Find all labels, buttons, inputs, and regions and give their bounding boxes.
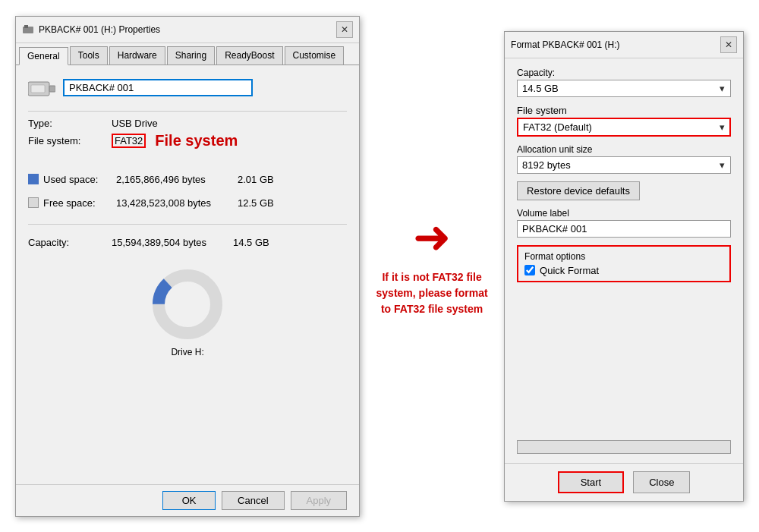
tab-hardware[interactable]: Hardware <box>109 46 165 65</box>
svg-point-7 <box>166 283 209 326</box>
disk-icon <box>22 24 34 36</box>
svg-rect-3 <box>49 86 55 92</box>
drive-name-row <box>28 77 347 99</box>
drive-label: Drive H: <box>171 347 203 357</box>
capacity-select-wrapper: 14.5 GB <box>517 80 731 97</box>
usb-drive-icon <box>28 77 55 99</box>
format-close-x-button[interactable]: ✕ <box>720 36 737 53</box>
format-title: Format PKBACK# 001 (H:) <box>511 39 619 50</box>
fs-select[interactable]: FAT32 (Default)NTFSexFAT <box>517 118 731 137</box>
fs-row: File system: FAT32 File system <box>28 132 347 150</box>
properties-titlebar: PKBACK# 001 (H:) Properties ✕ <box>16 17 359 43</box>
fs-select-wrapper: FAT32 (Default)NTFSexFAT <box>517 118 731 137</box>
quick-format-label: Quick Format <box>540 265 599 276</box>
used-space-bytes: 2,165,866,496 bytes <box>116 174 238 185</box>
fs-label: File system: <box>28 135 112 146</box>
tabs-bar: General Tools Hardware Sharing ReadyBoos… <box>16 43 359 65</box>
drive-name-input[interactable] <box>63 79 253 96</box>
cancel-button[interactable]: Cancel <box>222 491 284 510</box>
format-fs-group: File system FAT32 (Default)NTFSexFAT <box>517 105 731 137</box>
format-alloc-label: Allocation unit size <box>517 144 731 155</box>
drive-info-section: Type: USB Drive File system: FAT32 File … <box>28 111 347 153</box>
format-alloc-group: Allocation unit size 512 bytes1024 bytes… <box>517 144 731 174</box>
tab-sharing[interactable]: Sharing <box>167 46 215 65</box>
used-space-gb: 2.01 GB <box>238 174 274 185</box>
capacity-label: Capacity: <box>28 237 112 248</box>
svg-rect-1 <box>24 25 28 28</box>
restore-defaults-button[interactable]: Restore device defaults <box>517 181 640 200</box>
used-color-box <box>28 174 39 184</box>
type-value: USB Drive <box>112 118 158 129</box>
alloc-select-wrapper: 512 bytes1024 bytes2048 bytes4096 bytes8… <box>517 156 731 174</box>
used-space-row: Used space: 2,165,866,496 bytes 2.01 GB <box>28 174 347 185</box>
alloc-select[interactable]: 512 bytes1024 bytes2048 bytes4096 bytes8… <box>517 156 731 174</box>
capacity-select[interactable]: 14.5 GB <box>517 80 731 97</box>
format-progress-bar <box>517 440 731 454</box>
tab-general[interactable]: General <box>19 47 68 65</box>
format-fs-label: File system <box>517 105 731 116</box>
format-start-button[interactable]: Start <box>558 471 624 493</box>
type-label: Type: <box>28 118 112 129</box>
free-space-label: Free space: <box>43 197 116 209</box>
volume-label-label: Volume label <box>517 208 731 219</box>
svg-rect-4 <box>31 85 45 93</box>
arrow-section: ➜ If it is not FAT32 file system, please… <box>375 215 489 317</box>
fs-value-box: FAT32 <box>112 134 146 148</box>
capacity-bytes: 15,594,389,504 bytes <box>112 237 233 248</box>
free-space-bytes: 13,428,523,008 bytes <box>116 197 238 209</box>
free-space-gb: 12.5 GB <box>238 197 274 209</box>
capacity-gb: 14.5 GB <box>233 237 269 248</box>
format-capacity-group: Capacity: 14.5 GB <box>517 68 731 97</box>
fs-annotation: File system <box>155 132 238 150</box>
tab-tools[interactable]: Tools <box>70 46 108 65</box>
donut-chart: Drive H: <box>28 266 347 357</box>
volume-label-group: Volume label <box>517 208 731 238</box>
format-footer: Start Close <box>505 463 743 501</box>
format-close-button[interactable]: Close <box>633 471 690 493</box>
type-row: Type: USB Drive <box>28 118 347 129</box>
used-space-label: Used space: <box>43 174 116 185</box>
ok-button[interactable]: OK <box>162 491 216 510</box>
format-options-box: Format options Quick Format <box>517 245 731 282</box>
tab-readyboost[interactable]: ReadyBoost <box>216 46 282 65</box>
format-dialog: Format PKBACK# 001 (H:) ✕ Capacity: 14.5… <box>504 31 744 502</box>
tab-customise[interactable]: Customise <box>285 46 345 65</box>
restore-row: Restore device defaults <box>517 181 731 200</box>
format-options-title: Format options <box>524 251 723 262</box>
quick-format-row: Quick Format <box>524 265 723 276</box>
properties-footer: OK Cancel Apply <box>16 484 359 516</box>
capacity-row: Capacity: 15,594,389,504 bytes 14.5 GB <box>28 237 347 248</box>
donut-svg <box>150 266 225 342</box>
fs-value: FAT32 <box>115 135 143 146</box>
free-space-row: Free space: 13,428,523,008 bytes 12.5 GB <box>28 197 347 209</box>
quick-format-checkbox[interactable] <box>524 265 535 275</box>
format-content: Capacity: 14.5 GB File system FAT32 (Def… <box>505 58 743 463</box>
format-titlebar: Format PKBACK# 001 (H:) ✕ <box>505 32 743 58</box>
arrow-text: If it is not FAT32 file system, please f… <box>375 269 489 317</box>
apply-button[interactable]: Apply <box>291 491 348 510</box>
properties-title: PKBACK# 001 (H:) Properties <box>39 24 160 35</box>
properties-content: Type: USB Drive File system: FAT32 File … <box>16 65 359 484</box>
format-capacity-label: Capacity: <box>517 68 731 78</box>
properties-dialog: PKBACK# 001 (H:) Properties ✕ General To… <box>15 16 360 517</box>
volume-label-input[interactable] <box>517 220 731 238</box>
free-color-box <box>28 197 39 208</box>
arrow-icon: ➜ <box>413 215 451 260</box>
properties-close-button[interactable]: ✕ <box>336 21 353 38</box>
